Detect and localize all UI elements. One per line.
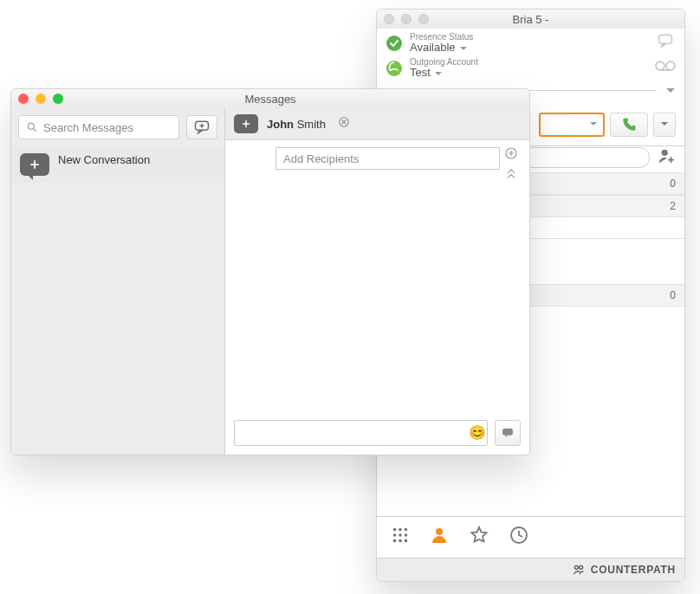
search-icon xyxy=(26,121,38,133)
svg-rect-0 xyxy=(659,35,672,43)
svg-point-14 xyxy=(405,539,408,543)
svg-point-11 xyxy=(405,533,408,537)
contacts-tab-icon[interactable] xyxy=(429,525,450,549)
svg-point-13 xyxy=(399,539,402,543)
add-recipients-input[interactable]: Add Recipients xyxy=(275,147,500,170)
favorites-tab-icon[interactable] xyxy=(469,525,489,549)
add-contact-button[interactable] xyxy=(657,146,676,169)
svg-point-19 xyxy=(28,123,34,129)
contact-first-name: John xyxy=(267,118,294,131)
bria-traffic-lights[interactable] xyxy=(384,14,429,24)
contact-chip[interactable]: John Smith xyxy=(267,118,326,131)
bottom-nav xyxy=(377,516,684,557)
dial-input[interactable] xyxy=(539,113,605,137)
contact-last-name: Smith xyxy=(297,118,326,131)
badge-count: 0 xyxy=(670,178,676,190)
expand-dropdown-icon[interactable] xyxy=(665,83,676,99)
conversation-avatar-icon xyxy=(20,153,49,176)
account-icon xyxy=(386,60,403,77)
messages-traffic-lights[interactable] xyxy=(18,94,63,104)
svg-point-8 xyxy=(405,528,408,532)
conversation-item[interactable]: New Conversation xyxy=(11,146,224,183)
brand-footer: COUNTERPATH xyxy=(377,558,684,581)
conversation-header: John Smith xyxy=(225,108,529,140)
bria-window-title: Bria 5 - xyxy=(513,13,549,26)
svg-point-2 xyxy=(666,61,675,70)
plus-circle-icon xyxy=(504,146,518,160)
messages-sidebar: Search Messages New Conversation xyxy=(11,108,225,455)
add-recipient-button[interactable] xyxy=(504,146,518,164)
outgoing-value: Test xyxy=(410,67,431,79)
send-button[interactable] xyxy=(495,420,521,446)
call-button[interactable] xyxy=(610,113,648,137)
remove-contact-button[interactable] xyxy=(338,116,350,132)
badge-count: 0 xyxy=(670,289,676,301)
svg-point-12 xyxy=(393,539,397,543)
compose-icon xyxy=(192,119,211,136)
available-status-icon xyxy=(386,35,403,52)
double-chevron-up-icon xyxy=(505,167,517,181)
emoji-picker-button[interactable]: 😊 xyxy=(469,424,486,441)
messages-main-pane: John Smith xyxy=(225,108,529,455)
zoom-window-icon[interactable] xyxy=(418,14,429,24)
svg-point-10 xyxy=(399,533,402,537)
svg-rect-23 xyxy=(502,429,513,436)
call-options-dropdown[interactable] xyxy=(653,113,676,137)
header-avatar-icon xyxy=(234,114,258,133)
presence-status-selector[interactable]: Presence Status Available xyxy=(377,29,684,54)
chevron-down-icon xyxy=(434,70,443,77)
chevron-down-icon xyxy=(459,45,468,52)
svg-point-5 xyxy=(662,149,668,155)
collapse-recipients-button[interactable] xyxy=(505,167,517,184)
close-window-icon[interactable] xyxy=(384,14,394,24)
close-icon xyxy=(338,116,350,128)
phone-icon xyxy=(620,116,638,133)
brand-text: COUNTERPATH xyxy=(591,564,676,576)
svg-point-3 xyxy=(386,36,402,51)
badge-count: 2 xyxy=(670,200,676,212)
search-messages-input[interactable]: Search Messages xyxy=(18,115,179,139)
messages-window: Messages Search Messages xyxy=(10,88,530,455)
svg-point-17 xyxy=(574,565,578,569)
bria-titlebar[interactable]: Bria 5 - xyxy=(377,10,684,29)
conversation-title: New Conversation xyxy=(58,153,150,166)
svg-point-9 xyxy=(393,533,397,537)
svg-point-15 xyxy=(436,528,443,535)
zoom-window-icon[interactable] xyxy=(53,94,63,104)
message-input[interactable] xyxy=(234,420,488,446)
svg-point-1 xyxy=(656,61,664,70)
svg-point-6 xyxy=(393,528,397,532)
minimize-window-icon[interactable] xyxy=(401,14,412,24)
counterpath-logo-icon xyxy=(572,563,586,577)
search-placeholder: Search Messages xyxy=(43,121,133,134)
recipients-placeholder: Add Recipients xyxy=(283,152,359,165)
history-tab-icon[interactable] xyxy=(509,525,529,549)
dialpad-tab-icon[interactable] xyxy=(391,526,410,548)
presence-value: Available xyxy=(410,42,456,54)
send-icon xyxy=(500,426,515,440)
messages-titlebar[interactable]: Messages xyxy=(11,89,529,109)
chevron-down-icon xyxy=(589,121,598,128)
minimize-window-icon[interactable] xyxy=(36,94,46,104)
voicemail-icon[interactable] xyxy=(655,60,676,75)
svg-point-18 xyxy=(580,565,583,569)
close-window-icon[interactable] xyxy=(18,94,29,104)
svg-point-7 xyxy=(399,528,402,532)
outgoing-account-selector[interactable]: Outgoing Account Test xyxy=(377,54,684,79)
new-message-button[interactable] xyxy=(186,115,217,139)
chevron-down-icon xyxy=(660,121,669,128)
messages-window-title: Messages xyxy=(244,93,295,106)
messages-icon[interactable] xyxy=(656,32,675,53)
